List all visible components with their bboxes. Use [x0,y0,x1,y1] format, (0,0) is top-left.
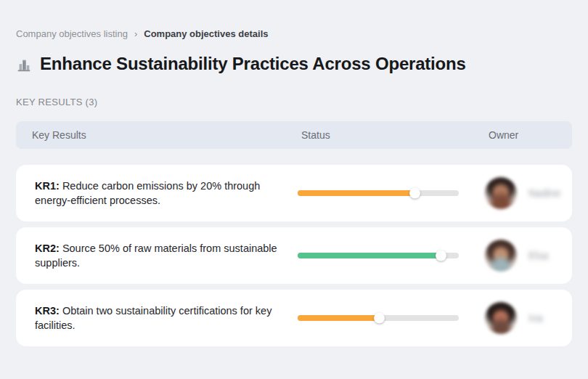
kr2-progress-slider[interactable] [298,253,459,258]
kr2-owner-avatar [485,240,517,272]
kr3-progress-fill [298,315,380,321]
page-title: Enhance Sustainability Practices Across … [40,54,466,74]
chevron-right-icon: › [134,28,137,39]
kr1-label: KR1: [35,180,60,192]
kr1-owner-avatar [485,177,517,209]
kr3-owner-name: Ina [528,312,542,324]
kr2-progress-thumb[interactable] [436,250,446,261]
kr3-status-cell [298,315,485,321]
column-header-status: Status [301,129,489,141]
title-row: Enhance Sustainability Practices Across … [16,54,466,74]
key-result-row-kr3[interactable]: KR3: Obtain two sustainability certifica… [16,290,572,346]
column-header-key-results: Key Results [32,129,301,141]
kr3-description: KR3: Obtain two sustainability certifica… [35,303,283,333]
kr3-owner-avatar [485,302,517,334]
kr1-progress-fill [298,190,415,196]
kr3-text: Obtain two sustainability certifications… [35,305,271,331]
kr2-progress-fill [298,253,441,258]
kr2-status-cell [298,253,485,258]
kr1-owner-cell: Nadine [485,177,560,209]
kr3-label: KR3: [35,305,60,317]
kr2-label: KR2: [35,243,60,254]
kr3-progress-thumb[interactable] [374,313,385,324]
kr2-owner-cell: Elsa [485,240,553,272]
kr1-text: Reduce carbon emissions by 20% through e… [35,180,260,206]
kr2-description: KR2: Source 50% of raw materials from su… [35,241,283,270]
kr1-progress-thumb[interactable] [409,188,420,199]
key-results-section-label: KEY RESULTS (3) [16,97,97,107]
kr1-owner-name: Nadine [528,187,560,199]
breadcrumb-current: Company objectives details [144,28,268,39]
key-result-row-kr1[interactable]: KR1: Reduce carbon emissions by 20% thro… [16,165,572,221]
table-header: Key Results Status Owner [16,121,572,149]
breadcrumb: Company objectives listing › Company obj… [16,28,268,39]
kr3-progress-slider[interactable] [298,315,459,321]
key-result-row-kr2[interactable]: KR2: Source 50% of raw materials from su… [16,227,572,284]
column-header-owner: Owner [489,129,556,141]
buildings-icon [16,57,32,73]
kr2-text: Source 50% of raw materials from sustain… [35,243,277,269]
objective-details-page: Company objectives listing › Company obj… [0,0,588,379]
kr3-owner-cell: Ina [485,302,553,334]
kr2-owner-name: Elsa [528,250,548,261]
kr1-status-cell [298,190,485,196]
breadcrumb-parent-link[interactable]: Company objectives listing [16,28,128,39]
kr1-description: KR1: Reduce carbon emissions by 20% thro… [35,179,283,208]
kr1-progress-slider[interactable] [298,190,459,196]
